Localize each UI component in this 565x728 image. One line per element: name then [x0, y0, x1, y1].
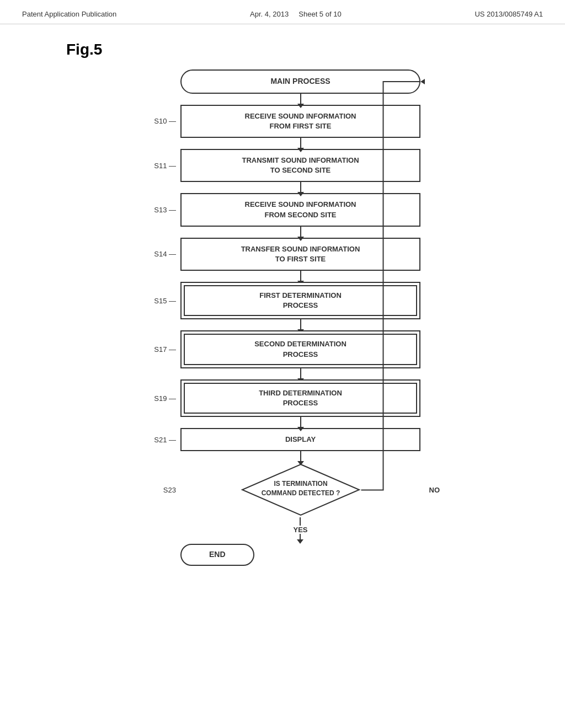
step-s10-label: S10 —	[150, 117, 180, 125]
step-s21-row: S21 — DISPLAY	[150, 428, 437, 451]
arrow-3	[157, 227, 444, 238]
arrow-0	[157, 94, 444, 105]
step-s23-label: S23	[150, 486, 180, 494]
diamond-shape: IS TERMINATION COMMAND DETECTED ?	[240, 462, 361, 517]
yes-label: YES	[293, 526, 307, 534]
step-s17-row: S17 — SECOND DETERMINATIONPROCESS	[150, 330, 437, 368]
step-s14-row: S14 — TRANSFER SOUND INFORMATIONTO FIRST…	[150, 238, 437, 271]
arrow-2	[157, 182, 444, 193]
header-sheet: Sheet 5 of 10	[299, 10, 341, 18]
header-date-sheet: Apr. 4, 2013 Sheet 5 of 10	[250, 10, 342, 18]
step-s19-row: S19 — THIRD DETERMINATIONPROCESS	[150, 379, 437, 417]
header-date: Apr. 4, 2013	[250, 10, 289, 18]
step-s15-row: S15 — FIRST DETERMINATIONPROCESS	[150, 282, 437, 319]
step-s19-box: THIRD DETERMINATIONPROCESS	[180, 379, 420, 417]
step-s11-row: S11 — TRANSMIT SOUND INFORMATIONTO SECON…	[150, 149, 437, 182]
step-s17-box: SECOND DETERMINATIONPROCESS	[180, 330, 420, 368]
page-header: Patent Application Publication Apr. 4, 2…	[0, 0, 565, 24]
end-row: END	[150, 544, 437, 566]
step-s10-row: S10 — RECEIVE SOUND INFORMATIONFROM FIRS…	[150, 105, 437, 138]
step-s11-label: S11 —	[150, 162, 180, 170]
step-s14-label: S14 —	[150, 250, 180, 258]
step-s19-label: S19 —	[150, 394, 180, 403]
flowchart: MAIN PROCESS S10 — RECEIVE SOUND INFORMA…	[150, 69, 437, 566]
yes-section: YES	[293, 517, 307, 540]
svg-text:COMMAND  DETECTED ?: COMMAND DETECTED ?	[261, 489, 340, 497]
step-s13-box: RECEIVE SOUND INFORMATIONFROM SECOND SIT…	[180, 193, 420, 226]
step-s11-box: TRANSMIT SOUND INFORMATIONTO SECOND SITE	[180, 149, 420, 182]
step-s15-box: FIRST DETERMINATIONPROCESS	[180, 282, 420, 319]
step-s13-row: S13 — RECEIVE SOUND INFORMATIONFROM SECO…	[150, 193, 437, 226]
step-s10-box: RECEIVE SOUND INFORMATIONFROM FIRST SITE	[180, 105, 420, 138]
step-s13-label: S13 —	[150, 206, 180, 214]
main-process-row: MAIN PROCESS	[150, 69, 437, 94]
no-label: NO	[429, 486, 440, 494]
step-s21-label: S21 —	[150, 436, 180, 444]
step-s21-box: DISPLAY	[180, 428, 420, 451]
header-publication: Patent Application Publication	[22, 10, 116, 18]
end-box: END	[180, 544, 254, 566]
step-s15-label: S15 —	[150, 297, 180, 305]
step-s14-box: TRANSFER SOUND INFORMATIONTO FIRST SITE	[180, 238, 420, 271]
header-patent-number: US 2013/0085749 A1	[475, 10, 543, 18]
arrow-7	[157, 417, 444, 428]
arrow-1	[157, 138, 444, 149]
step-s17-label: S17 —	[150, 345, 180, 354]
arrow-4	[157, 271, 444, 282]
page-content: Fig.5 MAIN PROCESS S10 —	[0, 24, 565, 582]
arrow-8	[157, 451, 444, 462]
arrow-5	[157, 319, 444, 330]
main-process-box: MAIN PROCESS	[180, 69, 420, 94]
figure-label: Fig.5	[66, 41, 532, 58]
svg-text:IS TERMINATION: IS TERMINATION	[274, 480, 327, 488]
diamond-row: S23 IS TERMINATION COMMAND DETECTED ? NO	[150, 462, 437, 517]
arrow-6	[157, 368, 444, 379]
